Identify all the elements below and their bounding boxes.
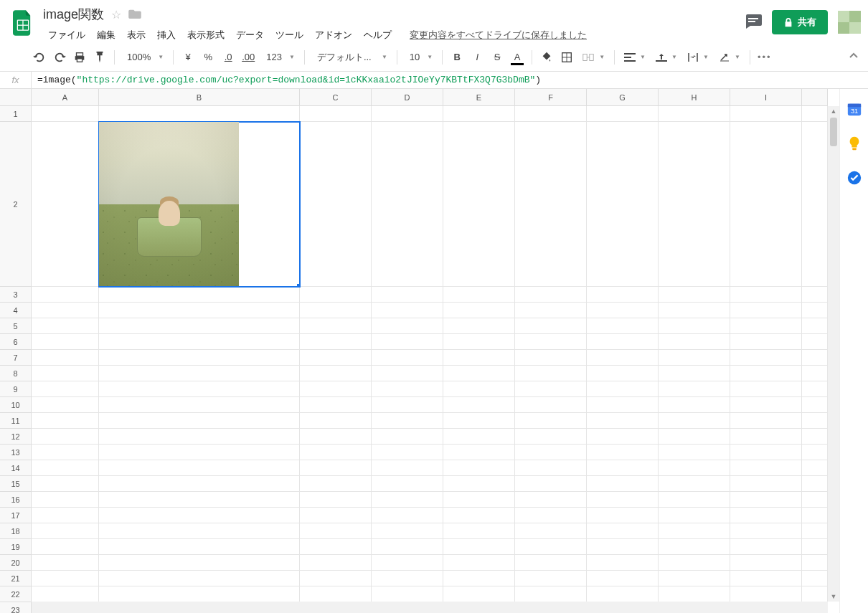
cell-F6[interactable] — [515, 334, 587, 350]
cell-I18[interactable] — [730, 523, 802, 539]
cell-H18[interactable] — [659, 523, 730, 539]
cell-A20[interactable] — [32, 555, 99, 571]
row-header-10[interactable]: 10 — [0, 397, 32, 413]
column-header-C[interactable]: C — [300, 89, 372, 106]
cell-D18[interactable] — [372, 523, 443, 539]
cell-I10[interactable] — [730, 397, 802, 413]
bold-button[interactable]: B — [448, 48, 466, 67]
cell-G12[interactable] — [587, 429, 659, 445]
cell-E8[interactable] — [443, 366, 515, 381]
row-header-4[interactable]: 4 — [0, 303, 32, 318]
cell-D12[interactable] — [372, 429, 443, 445]
cell-I21[interactable] — [730, 571, 802, 586]
cell-B17[interactable] — [99, 508, 300, 523]
cell-B9[interactable] — [99, 381, 300, 397]
row-header-16[interactable]: 16 — [0, 492, 32, 508]
cell-H21[interactable] — [659, 571, 730, 586]
cell-A22[interactable] — [32, 586, 99, 602]
comments-icon[interactable] — [745, 14, 762, 31]
cell-B11[interactable] — [99, 413, 300, 429]
cell-G3[interactable] — [587, 287, 659, 303]
cell-F17[interactable] — [515, 508, 587, 523]
row-header-1[interactable]: 1 — [0, 106, 32, 122]
cell-G17[interactable] — [587, 508, 659, 523]
cell-E15[interactable] — [443, 476, 515, 492]
cell-D14[interactable] — [372, 460, 443, 476]
cell-A13[interactable] — [32, 445, 99, 460]
vertical-scrollbar[interactable]: ▲ ▼ — [828, 106, 839, 602]
row-header-14[interactable]: 14 — [0, 460, 32, 476]
cell-G1[interactable] — [587, 106, 659, 122]
cell-I17[interactable] — [730, 508, 802, 523]
cell-G7[interactable] — [587, 350, 659, 366]
cell-B8[interactable] — [99, 366, 300, 381]
text-color-button[interactable]: A — [508, 48, 527, 67]
borders-button[interactable] — [557, 48, 576, 67]
cell-A2[interactable] — [32, 122, 99, 287]
row-header-21[interactable]: 21 — [0, 571, 32, 586]
cell-I22[interactable] — [730, 586, 802, 602]
cell-B2[interactable] — [99, 122, 300, 287]
star-icon[interactable]: ☆ — [111, 8, 121, 22]
save-status[interactable]: 変更内容をすべてドライブに保存しました — [405, 26, 591, 44]
cell-H20[interactable] — [659, 555, 730, 571]
cell-A15[interactable] — [32, 476, 99, 492]
cell-F9[interactable] — [515, 381, 587, 397]
column-header-A[interactable]: A — [32, 89, 99, 106]
cell-B13[interactable] — [99, 445, 300, 460]
cell-H19[interactable] — [659, 539, 730, 555]
share-button[interactable]: 共有 — [772, 10, 828, 34]
cell-F15[interactable] — [515, 476, 587, 492]
cell-G20[interactable] — [587, 555, 659, 571]
cell-C6[interactable] — [300, 334, 372, 350]
sheets-logo[interactable] — [9, 9, 37, 37]
currency-button[interactable]: ¥ — [179, 48, 197, 67]
row-header-15[interactable]: 15 — [0, 476, 32, 492]
cell-E4[interactable] — [443, 303, 515, 318]
account-avatar[interactable] — [838, 11, 861, 34]
cell-G9[interactable] — [587, 381, 659, 397]
cell-H22[interactable] — [659, 586, 730, 602]
cell-G19[interactable] — [587, 539, 659, 555]
cell-B15[interactable] — [99, 476, 300, 492]
italic-button[interactable]: I — [468, 48, 486, 67]
cell-A9[interactable] — [32, 381, 99, 397]
cell-D17[interactable] — [372, 508, 443, 523]
cell-F7[interactable] — [515, 350, 587, 366]
cell-E18[interactable] — [443, 523, 515, 539]
cell-D2[interactable] — [372, 122, 443, 287]
cell-H8[interactable] — [659, 366, 730, 381]
cell-H2[interactable] — [659, 122, 730, 287]
column-header-B[interactable]: B — [99, 89, 300, 106]
cell-B12[interactable] — [99, 429, 300, 445]
cell-B4[interactable] — [99, 303, 300, 318]
row-header-18[interactable]: 18 — [0, 523, 32, 539]
cell-A17[interactable] — [32, 508, 99, 523]
menu-表示形式[interactable]: 表示形式 — [182, 26, 230, 44]
cell-A21[interactable] — [32, 571, 99, 586]
increase-decimals-button[interactable]: .00 — [239, 48, 258, 67]
cell-H11[interactable] — [659, 413, 730, 429]
row-header-19[interactable]: 19 — [0, 539, 32, 555]
cell-B6[interactable] — [99, 334, 300, 350]
horizontal-scrollbar[interactable] — [32, 602, 828, 613]
cell-E21[interactable] — [443, 571, 515, 586]
cell-A10[interactable] — [32, 397, 99, 413]
cell-C4[interactable] — [300, 303, 372, 318]
cell-B21[interactable] — [99, 571, 300, 586]
column-header-D[interactable]: D — [372, 89, 443, 106]
column-header-H[interactable]: H — [659, 89, 730, 106]
cell-D20[interactable] — [372, 555, 443, 571]
cell-D7[interactable] — [372, 350, 443, 366]
cell-F13[interactable] — [515, 445, 587, 460]
cell-F16[interactable] — [515, 492, 587, 508]
cell-H13[interactable] — [659, 445, 730, 460]
text-rotation-button[interactable]: ▼ — [714, 48, 745, 67]
cell-G4[interactable] — [587, 303, 659, 318]
cell-D15[interactable] — [372, 476, 443, 492]
cell-D4[interactable] — [372, 303, 443, 318]
cell-F19[interactable] — [515, 539, 587, 555]
cell-F11[interactable] — [515, 413, 587, 429]
cell-G15[interactable] — [587, 476, 659, 492]
cell-D10[interactable] — [372, 397, 443, 413]
